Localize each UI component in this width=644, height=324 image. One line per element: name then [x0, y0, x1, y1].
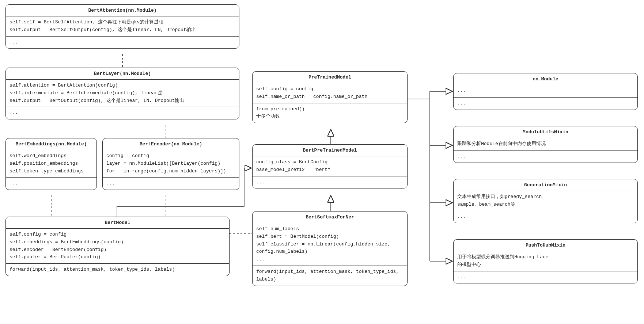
class-methods: ...: [454, 271, 637, 283]
class-title: BertPreTrainedModel: [253, 145, 407, 156]
class-methods: ...: [454, 211, 637, 223]
class-attrs: 用于将模型或分词器推送到Hugging Face 的模型中心: [454, 251, 637, 271]
class-methods: ...: [253, 176, 407, 188]
class-attrs: self.word_embeddings self.position_embed…: [6, 150, 96, 178]
class-nn-module: nn.Module ... ...: [453, 73, 638, 110]
class-methods: ...: [454, 150, 637, 163]
class-attrs: self.config = config self.name_or_path =…: [253, 83, 407, 103]
class-bert-embeddings: BertEmbeddings(nn.Module) self.word_embe…: [5, 138, 97, 190]
class-attrs: ...: [454, 85, 637, 98]
class-title: BertAttention(nn.Module): [6, 5, 239, 16]
class-methods: from_pretrained() 十多个函数: [253, 103, 407, 123]
class-attrs: config = config layer = nn.ModuleList([B…: [103, 150, 239, 178]
class-bert-attention: BertAttention(nn.Module) self.self = Ber…: [5, 4, 239, 49]
class-title: BertSoftmaxForNer: [253, 211, 407, 223]
class-attrs: self.self = BertSelfAttention, 这个再往下就是qk…: [6, 16, 239, 37]
class-attrs: self.config = config self.embeddings = B…: [6, 229, 229, 264]
class-module-utils-mixin: ModuleUtilsMixin 跟踪和分析Module在前向中内存使用情况 .…: [453, 126, 638, 163]
class-title: BertLayer(nn.Module): [6, 68, 239, 80]
class-bert-pretrained-model: BertPreTrainedModel config_class = BertC…: [252, 144, 408, 188]
class-title: ModuleUtilsMixin: [454, 126, 637, 138]
class-bert-model: BertModel self.config = config self.embe…: [5, 217, 230, 276]
class-attrs: 文本生成常用接口，如greedy_search、 sample、beam_sea…: [454, 191, 637, 211]
class-title: nn.Module: [454, 73, 637, 85]
class-methods: ...: [6, 178, 96, 190]
class-push-to-hub-mixin: PushToHubMixin 用于将模型或分词器推送到Hugging Face …: [453, 239, 638, 283]
class-attrs: 跟踪和分析Module在前向中内存使用情况: [454, 138, 637, 150]
class-methods: ...: [103, 178, 239, 190]
class-bert-encoder: BertEncoder(nn.Module) config = config l…: [102, 138, 239, 190]
class-pretrained-model: PreTrainedModel self.config = config sel…: [252, 71, 408, 123]
class-title: GenerationMixin: [454, 179, 637, 191]
class-attrs: config_class = BertConfig base_model_pre…: [253, 156, 407, 176]
class-attrs: self.attention = BertAttention(config) s…: [6, 80, 239, 107]
class-title: BertEmbeddings(nn.Module): [6, 138, 96, 150]
class-bert-layer: BertLayer(nn.Module) self.attention = Be…: [5, 68, 239, 119]
class-methods: ...: [454, 98, 637, 110]
class-bert-softmax-for-ner: BertSoftmaxForNer self.num_labels self.b…: [252, 211, 408, 286]
class-title: BertEncoder(nn.Module): [103, 138, 239, 150]
class-title: BertModel: [6, 217, 229, 229]
class-generation-mixin: GenerationMixin 文本生成常用接口，如greedy_search、…: [453, 179, 638, 223]
class-methods: forward(input_ids, attention_mask, token…: [253, 266, 407, 286]
class-methods: ...: [6, 37, 239, 49]
class-attrs: self.num_labels self.bert = BertModel(co…: [253, 223, 407, 266]
class-methods: forward(input_ids, attention_mask, token…: [6, 264, 229, 276]
class-title: PreTrainedModel: [253, 72, 407, 83]
class-methods: ...: [6, 107, 239, 119]
class-title: PushToHubMixin: [454, 240, 637, 251]
